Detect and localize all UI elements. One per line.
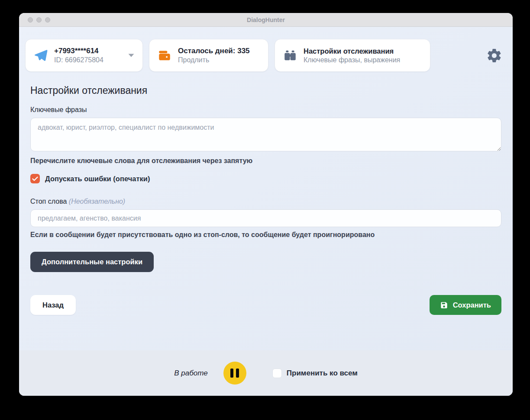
tracking-settings-panel: Настройки отслеживания Ключевые фразы Пе… — [19, 72, 513, 350]
titlebar: DialogHunter — [19, 13, 513, 27]
telegram-icon — [33, 48, 48, 63]
status-text: В работе — [174, 369, 208, 378]
allow-typos-checkbox[interactable] — [30, 174, 40, 183]
stopwords-block: Стоп слова (Необязательно) Если в сообще… — [30, 198, 501, 239]
stopwords-help-text: Если в сообщении будет присутствовать од… — [30, 231, 501, 239]
app-window: DialogHunter +7993****614 ID: 6696275804 — [19, 13, 513, 396]
back-button[interactable]: Назад — [30, 295, 76, 315]
keywords-label: Ключевые фразы — [30, 106, 501, 114]
stopwords-input[interactable] — [30, 209, 501, 227]
tracking-card-subtitle: Ключевые фразы, выражения — [304, 56, 400, 64]
tracking-settings-card[interactable]: Настройки отслеживания Ключевые фразы, в… — [275, 39, 430, 72]
stopwords-optional-hint: (Необязательно) — [69, 198, 125, 205]
account-card[interactable]: +7993****614 ID: 6696275804 — [25, 39, 143, 72]
save-button-label: Сохранить — [453, 301, 491, 309]
save-button[interactable]: Сохранить — [430, 295, 501, 315]
account-id: ID: 6696275804 — [54, 56, 103, 64]
account-card-text: +7993****614 ID: 6696275804 — [54, 47, 103, 64]
tracking-card-title: Настройки отслеживания — [304, 47, 400, 55]
subscription-card[interactable]: Осталось дней: 335 Продлить — [149, 39, 268, 72]
apply-to-all-row[interactable]: Применить ко всем — [272, 369, 358, 378]
pause-button[interactable] — [223, 362, 246, 385]
window-title: DialogHunter — [19, 16, 513, 23]
days-remaining: Осталось дней: 335 — [178, 47, 250, 55]
advanced-settings-button[interactable]: Дополнительные настройки — [30, 252, 154, 272]
keywords-textarea[interactable] — [30, 118, 501, 151]
header-cards-row: +7993****614 ID: 6696275804 Осталось дне… — [19, 27, 513, 72]
chevron-down-icon[interactable] — [128, 51, 135, 59]
pause-icon — [230, 369, 239, 378]
apply-to-all-checkbox[interactable] — [272, 369, 282, 378]
page-title: Настройки отслеживания — [30, 85, 501, 96]
actions-row: Назад Сохранить — [30, 295, 501, 315]
apply-to-all-label: Применить ко всем — [287, 369, 358, 378]
status-footer: В работе Применить ко всем — [19, 350, 513, 396]
wallet-icon — [157, 48, 172, 63]
subscription-card-text: Осталось дней: 335 Продлить — [178, 47, 250, 64]
save-icon — [440, 301, 448, 309]
allow-typos-row[interactable]: Допускать ошибки (опечатки) — [30, 174, 501, 183]
tracking-card-text: Настройки отслеживания Ключевые фразы, в… — [304, 47, 400, 64]
binoculars-icon — [283, 48, 297, 63]
stopwords-label: Стоп слова (Необязательно) — [30, 198, 501, 205]
renew-link[interactable]: Продлить — [178, 56, 250, 64]
account-phone: +7993****614 — [54, 47, 103, 55]
keywords-help-text: Перечислите ключевые слова для отслежива… — [30, 157, 501, 165]
allow-typos-label: Допускать ошибки (опечатки) — [45, 175, 150, 183]
days-remaining-value: 335 — [237, 47, 249, 55]
settings-gear-icon[interactable] — [486, 48, 502, 64]
